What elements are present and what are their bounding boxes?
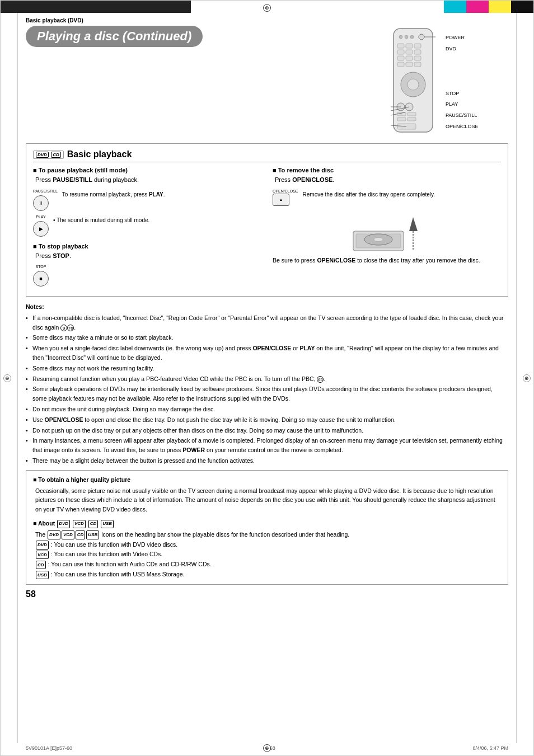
- section-label: Basic playback (DVD): [26, 17, 508, 24]
- footer-left: 5V90101A [E]p57-60: [26, 745, 72, 751]
- right-col: To remove the disc Press OPEN/CLOSE. OPE…: [273, 167, 501, 290]
- svg-point-1: [399, 35, 402, 39]
- open-close-btn-row: OPEN/CLOSE ▲ Remove the disc after the d…: [273, 189, 501, 206]
- footer-right: 8/4/06, 5:47 PM: [472, 745, 508, 751]
- play-btn-row: PLAY ▶ • The sound is muted during still…: [33, 215, 261, 238]
- stop-button-icon: ■: [33, 271, 49, 287]
- remove-title: To remove the disc: [273, 167, 501, 173]
- close-note: Be sure to press OPEN/CLOSE to close the…: [273, 256, 501, 265]
- ref-9: 9: [60, 325, 67, 331]
- note-2: • Some discs may take a minute or so to …: [26, 333, 508, 342]
- color-black: [511, 1, 533, 13]
- disc-tray-svg: [350, 209, 423, 253]
- remote-label-stop: STOP: [446, 88, 479, 100]
- right-reg-mark: ⊕: [523, 374, 531, 382]
- note-9: • Do not push up on the disc tray or put…: [26, 426, 508, 435]
- svg-point-34: [374, 237, 383, 241]
- info-box: To obtain a higher quality picture Occas…: [26, 470, 508, 585]
- color-yellow: [489, 1, 511, 13]
- left-margin: [17, 13, 18, 743]
- svg-rect-23: [397, 118, 406, 121]
- pause-title: To pause playback (still mode): [33, 167, 261, 173]
- tag-cd: CD: [51, 152, 61, 158]
- title-oval: Playing a disc (Continued): [26, 26, 203, 47]
- svg-rect-16: [414, 62, 421, 67]
- svg-rect-22: [407, 112, 416, 116]
- remote-label-power: POWER: [446, 32, 479, 44]
- stop-btn-label-text: STOP: [33, 265, 49, 269]
- remote-label-dvd: DVD: [446, 44, 479, 55]
- page: ⊕ Basic playback (DVD) Playing a disc (C…: [0, 0, 534, 756]
- remote-label-play: PLAY: [446, 99, 479, 110]
- tag-dvd: DVD: [36, 152, 49, 158]
- pause-button-icon: II: [33, 195, 49, 211]
- svg-rect-9: [406, 50, 413, 54]
- remote-label-open-close: OPEN/CLOSE: [446, 121, 479, 133]
- bp-header: DVD CD Basic playback: [33, 149, 501, 162]
- svg-rect-14: [397, 62, 404, 67]
- usb-tag-line: USB: [36, 571, 49, 580]
- note-5: • Resuming cannot function when you play…: [26, 374, 508, 384]
- note-6: • Some playback operations of DVDs may b…: [26, 384, 508, 403]
- right-margin: [516, 13, 517, 743]
- about-body: The DVDVCDCDUSB icons on the heading bar…: [35, 530, 501, 580]
- basic-playback-box: DVD CD Basic playback To pause playback …: [26, 143, 508, 297]
- notes-title: Notes:: [26, 302, 508, 312]
- remove-desc: Remove the disc after the disc tray open…: [303, 189, 501, 199]
- remote-svg: [385, 26, 441, 138]
- svg-rect-7: [414, 44, 421, 48]
- svg-rect-11: [397, 56, 404, 60]
- page-title: Playing a disc (Continued): [37, 29, 191, 44]
- resume-text: To resume normal playback, press PLAY.: [62, 189, 261, 199]
- top-bar-black: [1, 1, 191, 13]
- dvd-tag-line: DVD: [36, 541, 49, 550]
- about-section-title: ■ About DVD VCD CD USB: [33, 519, 501, 528]
- svg-rect-6: [406, 44, 413, 48]
- color-cyan: [444, 1, 466, 13]
- note-11: • There may be a slight delay between th…: [26, 456, 508, 466]
- two-col: To pause playback (still mode) Press PAU…: [33, 167, 501, 290]
- main-content: Basic playback (DVD) Playing a disc (Con…: [26, 17, 508, 736]
- bottom-bar-colors: [1, 753, 533, 755]
- note-8: • Use OPEN/CLOSE to open and close the d…: [26, 415, 508, 425]
- top-registration-mark: ⊕: [263, 4, 271, 12]
- cd-tag-line: CD: [36, 561, 46, 570]
- sound-note: • The sound is muted during still mode.: [53, 215, 261, 224]
- svg-rect-10: [414, 50, 421, 54]
- svg-rect-24: [407, 118, 416, 121]
- ref-76: 76: [67, 325, 74, 331]
- svg-rect-5: [397, 44, 404, 48]
- hq-body: Occasionally, some picture noise not usu…: [35, 486, 501, 514]
- disc-removal-illustration: [273, 209, 501, 253]
- page-number: 58: [26, 589, 508, 599]
- remove-body: Press OPEN/CLOSE.: [275, 175, 501, 185]
- note-10: • In many instances, a menu screen will …: [26, 436, 508, 455]
- left-reg-mark: ⊕: [3, 374, 11, 382]
- stop-title: To stop playback: [33, 243, 261, 250]
- stop-btn-row: STOP ■: [33, 265, 261, 288]
- pause-body: Press PAUSE/STILL during playback.: [35, 175, 261, 185]
- svg-rect-25: [397, 124, 416, 129]
- color-magenta: [466, 1, 489, 13]
- svg-rect-13: [414, 56, 421, 60]
- note-1: • If a non-compatible disc is loaded, "I…: [26, 313, 508, 332]
- svg-rect-15: [406, 62, 413, 67]
- about-tag-dvd: DVD: [57, 520, 70, 528]
- about-tag-cd: CD: [88, 520, 99, 528]
- open-close-button-icon: ▲: [273, 194, 289, 206]
- remote-label-pause: PAUSE/STILL: [446, 110, 479, 121]
- open-close-label-text: OPEN/CLOSE: [273, 189, 298, 193]
- title-banner: Playing a disc (Continued): [26, 26, 380, 47]
- top-bar-white: [191, 1, 444, 13]
- top-bar-colors: [444, 1, 533, 13]
- play-btn-label-text: PLAY: [33, 215, 49, 219]
- ref-65: 65: [317, 376, 324, 383]
- vcd-tag-line: VCD: [36, 551, 49, 560]
- svg-rect-8: [397, 50, 404, 54]
- about-tag-usb: USB: [101, 520, 114, 528]
- stop-body: Press STOP.: [35, 251, 261, 261]
- bottom-registration-mark: ⊕: [263, 744, 271, 752]
- note-4: • Some discs may not work the resuming f…: [26, 364, 508, 373]
- svg-point-3: [410, 35, 414, 39]
- bp-title: Basic playback: [67, 149, 132, 159]
